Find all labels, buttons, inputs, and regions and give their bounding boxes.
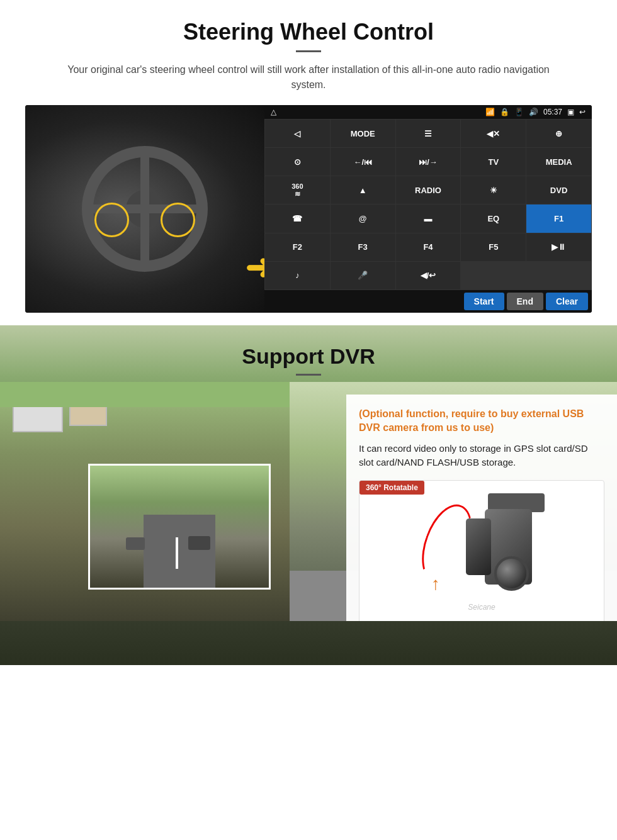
hu-btn-mic[interactable]: 🎤 — [331, 262, 395, 289]
hu-btn-f1[interactable]: F1 — [526, 204, 591, 232]
hu-btn-next[interactable]: ⏭/→ — [396, 148, 461, 176]
steering-divider — [296, 50, 321, 52]
highlight-circle-right — [161, 203, 195, 237]
hu-btn-brightness[interactable]: ☀ — [461, 176, 526, 204]
spoke-vertical — [140, 157, 149, 260]
hu-btn-f3[interactable]: F3 — [331, 233, 395, 261]
hu-btn-f2[interactable]: F2 — [265, 233, 330, 261]
camera-360-badge: 360° Rotatable — [359, 481, 424, 495]
hu-btn-mode[interactable]: MODE — [331, 120, 395, 147]
wifi-icon: 📶 — [485, 108, 495, 116]
camera-body-secondary — [466, 518, 491, 575]
hu-btn-screen[interactable]: ▬ — [396, 204, 461, 232]
clear-button[interactable]: Clear — [546, 293, 588, 310]
dvr-road-scene: (Optional function, require to buy exter… — [0, 382, 617, 621]
hu-btn-tv[interactable]: TV — [461, 148, 526, 176]
status-bar-right: 📶 🔒 📱 🔊 05:37 ▣ ↩ — [485, 108, 586, 116]
lock-icon: 🔒 — [500, 108, 509, 116]
arrow-icon: ➜ — [245, 247, 264, 288]
hu-btn-apps[interactable]: ⊕ — [526, 120, 591, 147]
hu-btn-playpause[interactable]: ▶⏸ — [526, 233, 591, 261]
hu-btn-mute[interactable]: ◀✕ — [461, 120, 526, 147]
steering-section: Steering Wheel Control Your original car… — [0, 0, 617, 325]
home-icon: △ — [271, 108, 276, 116]
dvr-title-overlay: Support DVR — [242, 325, 375, 382]
hu-btn-music[interactable]: ♪ — [265, 262, 330, 289]
dvr-background: Support DVR — [0, 325, 617, 665]
arrow-up-icon: ↑ — [431, 574, 440, 594]
status-bar-left: △ — [271, 108, 276, 116]
highlight-circle-left — [94, 203, 129, 237]
steering-photo: ➜ — [25, 105, 264, 313]
dvr-preview-thumbnail — [88, 464, 271, 590]
hu-btn-prev[interactable]: ←/⏮ — [331, 148, 395, 176]
dvr-section: Support DVR — [0, 325, 617, 665]
head-unit-bottom-bar: Start End Clear — [264, 290, 592, 313]
volume-icon: 🔊 — [529, 108, 538, 116]
seicane-watermark: Seicane — [468, 603, 495, 612]
hu-btn-dvd[interactable]: DVD — [526, 176, 591, 204]
hu-btn-radio[interactable]: RADIO — [396, 176, 461, 204]
head-unit-grid: ◁ MODE ☰ ◀✕ ⊕ ⊙ ←/⏮ ⏭/→ TV MEDIA 360≋ ▲ … — [264, 119, 592, 290]
dvr-description: It can record video only to storage in G… — [359, 442, 604, 470]
time-display: 05:37 — [543, 108, 562, 116]
head-unit-panel: △ 📶 🔒 📱 🔊 05:37 ▣ ↩ ◁ MODE ☰ ◀✕ — [264, 105, 592, 313]
steering-title: Steering Wheel Control — [25, 19, 592, 45]
dvr-optional-note: (Optional function, require to buy exter… — [359, 407, 604, 435]
dvr-info-card: (Optional function, require to buy exter… — [346, 395, 617, 621]
hu-btn-eject[interactable]: ▲ — [331, 176, 395, 204]
hu-btn-360[interactable]: 360≋ — [265, 176, 330, 204]
dvr-title: Support DVR — [242, 344, 375, 369]
dvr-camera-box: 360° Rotatable ↑ — [359, 480, 604, 621]
steering-description: Your original car's steering wheel contr… — [50, 62, 567, 92]
hu-btn-media[interactable]: MEDIA — [526, 148, 591, 176]
hu-btn-eq[interactable]: EQ — [461, 204, 526, 232]
hu-btn-f4[interactable]: F4 — [396, 233, 461, 261]
hu-btn-web[interactable]: @ — [331, 204, 395, 232]
hu-btn-settings[interactable]: ⊙ — [265, 148, 330, 176]
hu-btn-menu[interactable]: ☰ — [396, 120, 461, 147]
hu-btn-f5[interactable]: F5 — [461, 233, 526, 261]
hu-btn-phone[interactable]: ☎ — [265, 204, 330, 232]
start-button[interactable]: Start — [464, 293, 504, 310]
sim-icon: 📱 — [514, 108, 524, 116]
hu-btn-back-audio[interactable]: ◀/↩ — [396, 262, 461, 289]
back-icon: ↩ — [579, 108, 586, 116]
camera-lens — [494, 556, 529, 591]
status-bar: △ 📶 🔒 📱 🔊 05:37 ▣ ↩ — [264, 105, 592, 119]
end-button[interactable]: End — [507, 293, 543, 310]
steering-bg — [25, 105, 264, 313]
window-icon: ▣ — [567, 108, 574, 116]
steering-composite: ➜ △ 📶 🔒 📱 🔊 05:37 ▣ ↩ — [25, 105, 592, 313]
dvr-divider — [296, 374, 321, 376]
hu-btn-navigate[interactable]: ◁ — [265, 120, 330, 147]
